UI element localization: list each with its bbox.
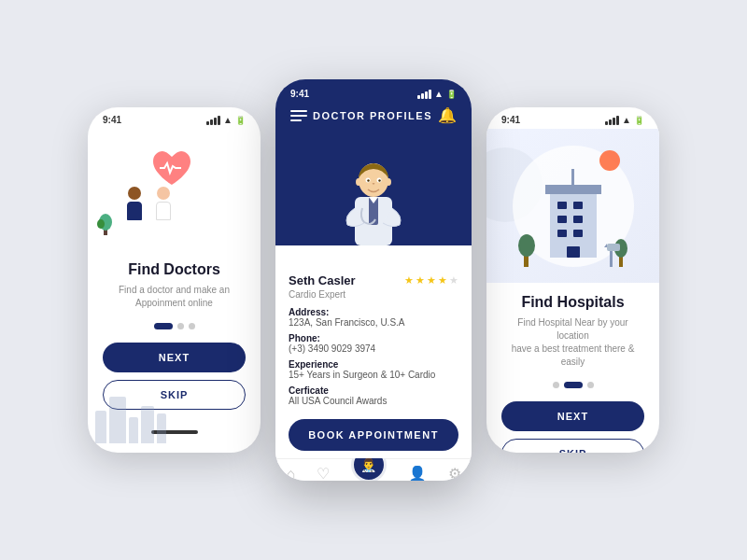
heart-pulse-icon bbox=[148, 147, 195, 189]
right-dot-1 bbox=[553, 382, 559, 388]
home-icon: ⌂ bbox=[286, 466, 295, 482]
left-title: Find Doctors bbox=[103, 261, 246, 278]
right-illustration bbox=[486, 129, 659, 283]
svg-rect-16 bbox=[573, 202, 583, 209]
star-4: ★ bbox=[438, 274, 447, 287]
experience-row: Experience 15+ Years in Surgeon & 10+ Ca… bbox=[289, 359, 458, 380]
right-title: Find Hospitals bbox=[501, 294, 644, 311]
right-dot-3 bbox=[587, 382, 594, 388]
wifi-icon-right: ▲ bbox=[622, 115, 631, 125]
profile-card: Seth Casler ★ ★ ★ ★ ★ Cardio Expert Addr… bbox=[275, 245, 472, 458]
svg-rect-17 bbox=[557, 216, 567, 223]
left-subtitle: Find a doctor and make anAppoinment onli… bbox=[103, 284, 246, 310]
left-illustration bbox=[88, 129, 261, 250]
nav-favorites[interactable]: ♡ bbox=[317, 465, 330, 481]
signal-icon-right bbox=[605, 116, 619, 125]
star-1: ★ bbox=[404, 274, 414, 287]
svg-rect-20 bbox=[573, 230, 583, 237]
header-nav: DOCTOR PROFILES 🔔 bbox=[290, 101, 457, 133]
svg-rect-21 bbox=[567, 246, 580, 258]
stars-rating: ★ ★ ★ ★ ★ bbox=[404, 274, 458, 287]
dot-3 bbox=[189, 323, 195, 329]
svg-point-11 bbox=[356, 178, 361, 186]
certificate-row: Cerficate All USA Council Awards bbox=[289, 385, 458, 406]
address-row: Address: 123A, San Francisco, U.S.A bbox=[289, 307, 458, 328]
screens-container: 9:41 ▲ 🔋 bbox=[88, 79, 659, 481]
plant bbox=[97, 209, 114, 239]
svg-marker-29 bbox=[604, 244, 607, 247]
svg-point-10 bbox=[378, 179, 380, 181]
star-3: ★ bbox=[427, 274, 436, 287]
nav-home[interactable]: ⌂ bbox=[286, 466, 295, 482]
phone-value: (+3) 3490 9029 3974 bbox=[289, 343, 458, 354]
center-header: 9:41 ▲ 🔋 DOCTOR PROFILES 🔔 bbox=[275, 79, 472, 133]
certificate-label: Cerficate bbox=[289, 385, 458, 396]
svg-rect-18 bbox=[573, 216, 583, 223]
experience-label: Experience bbox=[289, 359, 458, 370]
doctor-figures bbox=[127, 187, 171, 220]
center-time: 9:41 bbox=[290, 89, 309, 99]
doctor-female bbox=[127, 187, 142, 220]
battery-icon: 🔋 bbox=[235, 116, 246, 125]
right-phone: 9:41 ▲ 🔋 bbox=[486, 107, 659, 453]
tree-left-icon bbox=[516, 225, 537, 267]
nav-settings[interactable]: ⚙ bbox=[448, 465, 461, 481]
signal-icon-center bbox=[417, 90, 431, 99]
direction-sign-icon bbox=[602, 239, 621, 267]
phone-label: Phone: bbox=[289, 333, 458, 343]
center-status-icons: ▲ 🔋 bbox=[417, 89, 457, 99]
svg-rect-15 bbox=[557, 202, 567, 209]
right-status-icons: ▲ 🔋 bbox=[605, 115, 644, 125]
doctor-specialty: Cardio Expert bbox=[289, 289, 458, 300]
dot-2 bbox=[177, 323, 184, 329]
experience-value: 15+ Years in Surgeon & 10+ Cardio bbox=[289, 370, 458, 380]
svg-point-2 bbox=[97, 219, 105, 229]
right-status-bar: 9:41 ▲ 🔋 bbox=[486, 107, 659, 129]
phone-row: Phone: (+3) 3490 9029 3974 bbox=[289, 333, 458, 354]
bell-icon[interactable]: 🔔 bbox=[438, 106, 457, 124]
doctor-name-row: Seth Casler ★ ★ ★ ★ ★ bbox=[289, 273, 458, 287]
user-icon: 👤 bbox=[408, 465, 427, 481]
hamburger-button[interactable] bbox=[290, 110, 307, 121]
right-dots bbox=[501, 382, 644, 388]
right-next-button[interactable]: NEXT bbox=[501, 401, 644, 431]
star-5: ★ bbox=[449, 274, 458, 287]
right-subtitle: Find Hospital Near by your locationhave … bbox=[501, 316, 644, 369]
left-dots bbox=[103, 323, 246, 329]
nav-profile[interactable]: 👤 bbox=[408, 465, 427, 481]
buildings-bg bbox=[95, 397, 166, 443]
wifi-icon: ▲ bbox=[223, 115, 233, 125]
svg-rect-28 bbox=[607, 244, 620, 251]
dot-1 bbox=[154, 323, 173, 329]
right-time: 9:41 bbox=[501, 115, 520, 125]
gear-icon: ⚙ bbox=[448, 465, 461, 481]
left-time: 9:41 bbox=[103, 115, 121, 125]
address-label: Address: bbox=[289, 307, 458, 317]
left-next-button[interactable]: NEXT bbox=[103, 343, 246, 372]
svg-rect-14 bbox=[545, 185, 601, 194]
svg-rect-22 bbox=[571, 169, 574, 186]
signal-icon bbox=[206, 116, 220, 125]
doctor-avatar bbox=[336, 152, 411, 245]
right-dot-2 bbox=[564, 382, 583, 388]
right-skip-button[interactable]: SKIP bbox=[501, 439, 644, 453]
doctor-male bbox=[156, 187, 171, 220]
header-title: DOCTOR PROFILES bbox=[313, 110, 432, 121]
battery-icon-right: 🔋 bbox=[634, 116, 644, 125]
wifi-icon-center: ▲ bbox=[434, 89, 444, 99]
left-phone: 9:41 ▲ 🔋 bbox=[88, 107, 261, 453]
heart-icon: ♡ bbox=[317, 465, 330, 481]
center-status-bar: 9:41 ▲ 🔋 bbox=[290, 85, 457, 101]
doctor-name: Seth Casler bbox=[289, 273, 356, 287]
nav-doctor[interactable]: 👨‍⚕️ bbox=[351, 466, 387, 482]
left-content: Find Doctors Find a doctor and make anAp… bbox=[88, 250, 261, 421]
left-status-bar: 9:41 ▲ 🔋 bbox=[88, 107, 261, 129]
left-status-icons: ▲ 🔋 bbox=[206, 115, 246, 125]
svg-rect-19 bbox=[557, 230, 567, 237]
svg-point-9 bbox=[367, 179, 369, 181]
svg-point-12 bbox=[386, 178, 391, 186]
doctor-icon: 👨‍⚕️ bbox=[360, 457, 376, 472]
book-appointment-button[interactable]: BOOK APPOINTMENT bbox=[289, 419, 458, 451]
right-content: Find Hospitals Find Hospital Near by you… bbox=[486, 283, 659, 453]
doctor-banner bbox=[275, 133, 472, 245]
